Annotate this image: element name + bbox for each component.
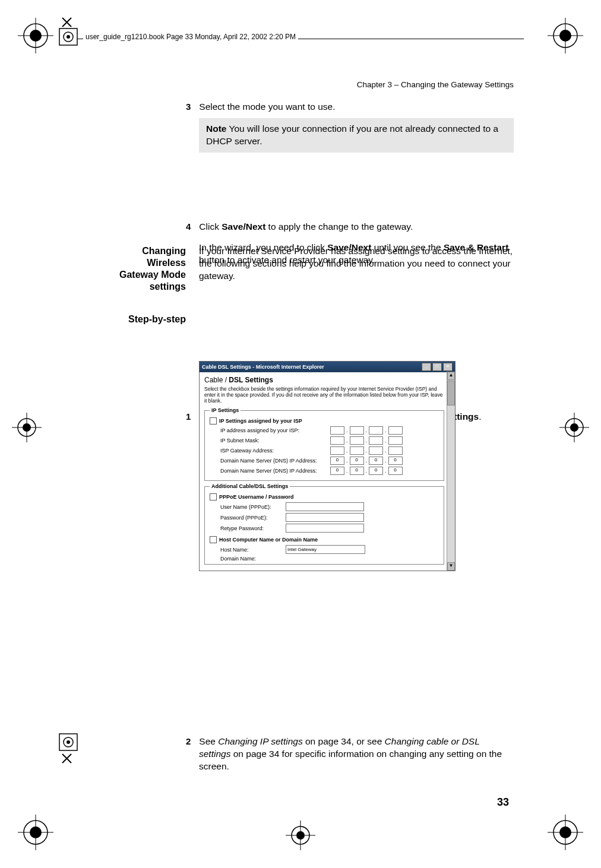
step-number: 3 [186,101,197,113]
label-domain: Domain Name: [220,556,286,562]
svg-point-24 [292,826,309,844]
checkbox-hostname-label: Host Computer Name or Domain Name [219,537,318,543]
checkbox-hostname[interactable] [210,536,217,543]
dns1-input[interactable]: 0.0.0.0 [330,457,403,465]
binder-mark-icon [42,12,113,137]
step-2-ital-1: Changing IP settings [218,736,302,746]
sidebar-step-by-step: Step-by-step [92,313,186,325]
step-2-text-c: on page 34 for specific information on c… [199,749,502,771]
retype-password-input[interactable] [286,524,364,533]
scroll-up-icon[interactable]: ▲ [447,372,455,380]
svg-point-5 [559,30,571,42]
binder-mark-icon [42,731,113,856]
label-subnet: IP Subnet Mask: [220,438,330,443]
page: user_guide_rg1210.book Page 33 Monday, A… [0,0,601,868]
note-label: Note [206,123,226,134]
sidebar-line: Wireless [92,257,186,269]
svg-point-25 [296,831,305,840]
header-file-info: user_guide_rg1210.book Page 33 Monday, A… [83,33,298,41]
additional-settings-group: Additional Cable/DSL Settings PPPoE User… [204,483,444,565]
svg-point-21 [570,423,578,432]
username-input[interactable] [286,502,364,511]
svg-point-9 [30,826,42,838]
label-retype: Retype Password: [220,525,286,531]
checkbox-pppoe[interactable] [210,493,217,500]
step-2-text-b: on page 34, or see [303,736,385,746]
sidebar-line: Changing [92,245,186,257]
ip-settings-legend: IP Settings [210,407,241,413]
checkbox-pppoe-label: PPPoE Username / Password [219,494,294,500]
intro-paragraph: If your Internet Service Provider has as… [199,245,514,283]
note-text: You will lose your connection if you are… [206,123,498,146]
chapter-heading: Chapter 3 – Changing the Gateway Setting… [199,80,514,89]
step-4-bold: Save/Next [222,221,265,232]
step-2: 2 See Changing IP settings on page 34, o… [199,736,514,773]
maximize-icon[interactable]: □ [432,363,442,371]
label-hostname: Host Name: [220,547,286,553]
label-username: User Name (PPPoE): [220,504,286,510]
header-rule: user_guide_rg1210.book Page 33 Monday, A… [77,33,524,41]
additional-settings-legend: Additional Cable/DSL Settings [210,483,290,489]
sidebar-heading-changing: Changing Wireless Gateway Mode settings [92,245,186,293]
label-password: Password (PPPoE): [220,515,286,521]
page-number: 33 [0,796,601,809]
subnet-input[interactable]: ... [330,436,403,445]
svg-point-20 [565,419,583,436]
step-2-text-a: See [199,736,218,746]
sidebar-line: settings [92,281,186,293]
step-number: 4 [186,221,197,233]
registration-mark-icon [548,18,583,53]
ip-settings-group: IP Settings IP Settings assigned by your… [204,407,444,481]
app-window: Cable DSL Settings - Microsoft Internet … [199,361,456,571]
step-4-text-b: to apply the change to the gateway. [265,221,413,232]
registration-mark-icon [548,815,583,850]
window-titlebar: Cable DSL Settings - Microsoft Internet … [200,362,455,372]
app-description: Select the checkbox beside the settings … [204,387,444,404]
step-number: 2 [186,736,197,747]
label-dns1: Domain Name Server (DNS) IP Address: [220,458,330,464]
scrollbar[interactable]: ▲ ▼ [447,372,455,571]
password-input[interactable] [286,513,364,522]
registration-mark-icon [283,818,318,853]
svg-point-13 [559,826,571,838]
checkbox-ip-settings[interactable] [210,417,217,425]
gateway-input[interactable]: ... [330,446,403,455]
checkbox-ip-settings-label: IP Settings assigned by your ISP [219,418,302,424]
step-4-text-a: Click [199,221,222,232]
app-heading: Cable / DSL Settings [204,376,444,384]
embedded-screenshot: Cable DSL Settings - Microsoft Internet … [199,361,514,571]
registration-mark-icon [9,410,45,445]
svg-point-16 [18,419,36,436]
label-ip-address: IP address assigned by your ISP: [220,427,330,433]
svg-point-35 [67,740,70,744]
registration-mark-icon [556,410,592,445]
window-title: Cable DSL Settings - Microsoft Internet … [202,364,324,370]
svg-point-17 [23,423,31,432]
sidebar-line: Gateway Mode [92,269,186,281]
ip-address-input[interactable]: ... [330,426,403,435]
step-number: 1 [186,411,197,423]
minimize-icon[interactable]: _ [422,363,431,371]
svg-point-1 [30,30,42,42]
label-gateway: ISP Gateway Address: [220,448,330,454]
step-3-text: Select the mode you want to use. [199,102,335,112]
label-dns2: Domain Name Server (DNS) IP Address: [220,468,330,474]
hostname-input[interactable]: Intel Gateway [286,545,365,554]
svg-point-4 [553,24,577,47]
close-icon[interactable]: × [443,363,453,371]
note-box: Note You will lose your connection if yo… [199,118,514,153]
step-3: 3 Select the mode you want to use. Note … [199,101,514,153]
svg-point-12 [553,821,577,844]
scroll-thumb[interactable] [447,381,455,406]
dns2-input[interactable]: 0.0.0.0 [330,467,403,475]
svg-point-32 [67,35,70,39]
scroll-down-icon[interactable]: ▼ [447,562,455,571]
